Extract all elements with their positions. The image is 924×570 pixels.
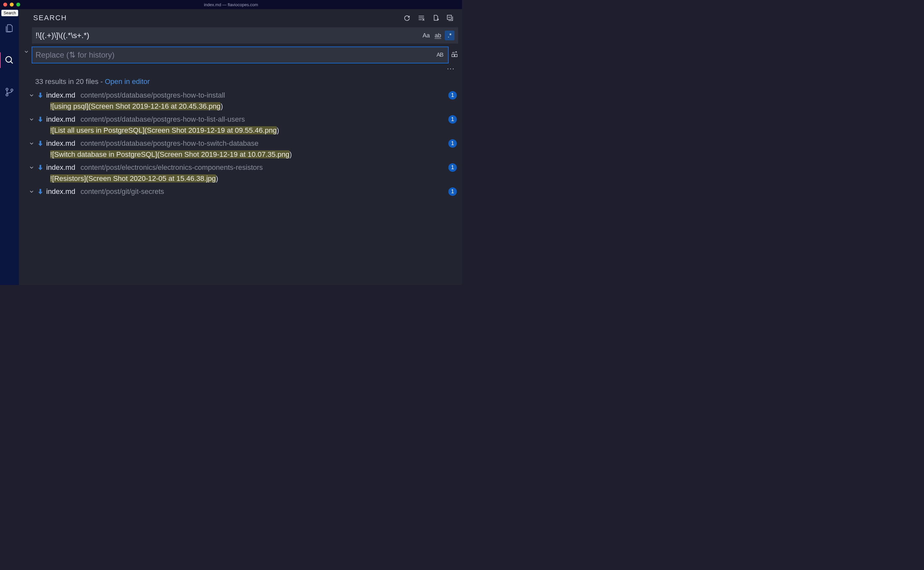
- markdown-file-icon: [37, 164, 44, 171]
- open-in-editor-link[interactable]: Open in editor: [105, 77, 150, 86]
- file-header[interactable]: index.md content/post/database/postgres-…: [29, 90, 457, 101]
- results-summary: 33 results in 20 files - Open in editor: [19, 73, 462, 89]
- match-highlight: ![Switch database in PostgreSQL](Screen …: [50, 150, 289, 158]
- svg-point-2: [6, 88, 8, 90]
- file-header[interactable]: index.md content/post/database/postgres-…: [29, 114, 457, 125]
- search-options: Aa ab .*: [421, 31, 454, 40]
- match-highlight: ![List all users in PostgreSQL](Screen S…: [50, 126, 277, 134]
- replace-all-button[interactable]: ab: [451, 51, 458, 59]
- collapse-all-button[interactable]: [447, 14, 454, 21]
- match-highlight: ![Resistors](Screen Shot 2020-12-05 at 1…: [50, 175, 216, 182]
- chevron-down-icon: [23, 49, 29, 55]
- file-group: index.md content/post/database/postgres-…: [19, 137, 462, 161]
- titlebar: index.md — flaviocopes.com: [0, 0, 462, 9]
- replace-options: AB: [435, 50, 445, 60]
- results-list: index.md content/post/database/postgres-…: [19, 89, 462, 285]
- match-rest: ): [277, 126, 279, 134]
- match-case-button[interactable]: Aa: [421, 31, 431, 40]
- clear-results-button[interactable]: [418, 14, 425, 21]
- markdown-file-icon: [37, 188, 44, 195]
- chevron-down-icon: [29, 165, 35, 170]
- preserve-case-button[interactable]: AB: [435, 50, 445, 60]
- file-group: index.md content/post/database/postgres-…: [19, 89, 462, 113]
- svg-line-1: [11, 61, 13, 63]
- chevron-down-icon: [29, 189, 35, 195]
- clear-icon: [418, 14, 425, 21]
- match-line[interactable]: ![Resistors](Screen Shot 2020-12-05 at 1…: [29, 173, 457, 185]
- svg-rect-14: [452, 54, 454, 57]
- maximize-window-button[interactable]: [16, 3, 20, 6]
- results-count-text: 33 results in 20 files -: [35, 77, 105, 86]
- match-line[interactable]: ![Switch database in PostgreSQL](Screen …: [29, 149, 457, 161]
- match-rest: ): [220, 102, 223, 110]
- match-rest: ): [216, 175, 218, 182]
- search-area: !\[(.+)\]\((.*\s+.*) Aa ab .* Replace (⇅…: [19, 25, 462, 63]
- more-options-button[interactable]: ···: [447, 63, 455, 73]
- body-row: SEARCH: [0, 9, 462, 285]
- svg-text:ab: ab: [452, 51, 455, 54]
- file-group: index.md content/post/electronics/electr…: [19, 161, 462, 185]
- search-row: !\[(.+)\]\((.*\s+.*) Aa ab .*: [32, 27, 458, 44]
- filepath: content/post/database/postgres-how-to-in…: [80, 91, 446, 100]
- match-count-badge: 1: [448, 115, 457, 124]
- search-icon: [5, 55, 14, 65]
- chevron-down-icon: [29, 116, 35, 122]
- filename: index.md: [46, 139, 75, 148]
- match-rest: ): [289, 150, 292, 158]
- filepath: content/post/git/git-secrets: [80, 187, 446, 196]
- branch-icon: [5, 87, 14, 97]
- replace-placeholder: Replace (⇅ for history): [35, 51, 115, 60]
- file-header[interactable]: index.md content/post/database/postgres-…: [29, 138, 457, 149]
- match-highlight: ![using psql](Screen Shot 2019-12-16 at …: [50, 102, 220, 110]
- inputs-column: !\[(.+)\]\((.*\s+.*) Aa ab .* Replace (⇅…: [32, 27, 458, 63]
- svg-point-4: [11, 89, 13, 91]
- chevron-down-icon: [29, 92, 35, 98]
- file-header[interactable]: index.md content/post/electronics/electr…: [29, 162, 457, 173]
- activity-bar: [0, 9, 19, 285]
- replace-input[interactable]: Replace (⇅ for history) AB: [32, 47, 448, 63]
- explorer-tab[interactable]: [0, 19, 19, 38]
- traffic-lights: [0, 3, 20, 6]
- filepath: content/post/electronics/electronics-com…: [80, 163, 446, 172]
- filepath: content/post/database/postgres-how-to-li…: [80, 115, 446, 124]
- app-window: index.md — flaviocopes.com Search: [0, 0, 462, 285]
- replace-row: Replace (⇅ for history) AB ab: [32, 47, 458, 63]
- source-control-tab[interactable]: [0, 83, 19, 101]
- refresh-button[interactable]: [404, 14, 411, 21]
- toggle-replace-button[interactable]: [23, 40, 30, 63]
- filepath: content/post/database/postgres-how-to-sw…: [80, 139, 446, 148]
- chevron-down-icon: [29, 141, 35, 146]
- match-line[interactable]: ![List all users in PostgreSQL](Screen S…: [29, 125, 457, 136]
- markdown-file-icon: [37, 140, 44, 147]
- collapse-icon: [447, 14, 454, 21]
- match-count-badge: 1: [448, 187, 457, 196]
- filename: index.md: [46, 187, 75, 196]
- panel-actions: [404, 14, 456, 21]
- search-input[interactable]: !\[(.+)\]\((.*\s+.*) Aa ab .*: [32, 27, 458, 44]
- svg-rect-15: [455, 54, 457, 57]
- window-title: index.md — flaviocopes.com: [204, 2, 258, 7]
- search-tab[interactable]: [0, 51, 19, 70]
- match-count-badge: 1: [448, 139, 457, 148]
- match-count-badge: 1: [448, 163, 457, 172]
- search-tooltip: Search: [1, 10, 18, 16]
- file-group: index.md content/post/database/postgres-…: [19, 113, 462, 137]
- replace-all-icon: ab: [451, 51, 458, 58]
- svg-point-0: [6, 57, 12, 63]
- close-window-button[interactable]: [3, 3, 7, 6]
- minimize-window-button[interactable]: [10, 3, 14, 6]
- new-search-editor-button[interactable]: [432, 14, 439, 21]
- match-whole-word-button[interactable]: ab: [433, 31, 443, 40]
- files-icon: [5, 23, 14, 33]
- markdown-file-icon: [37, 116, 44, 123]
- use-regex-button[interactable]: .*: [445, 31, 454, 40]
- match-line[interactable]: ![using psql](Screen Shot 2019-12-16 at …: [29, 101, 457, 113]
- filename: index.md: [46, 115, 75, 124]
- search-panel: SEARCH: [19, 9, 462, 285]
- file-header[interactable]: index.md content/post/git/git-secrets 1: [29, 186, 457, 197]
- refresh-icon: [404, 14, 411, 21]
- filename: index.md: [46, 91, 75, 100]
- panel-title: SEARCH: [33, 14, 67, 22]
- new-file-icon: [432, 14, 439, 21]
- filename: index.md: [46, 163, 75, 172]
